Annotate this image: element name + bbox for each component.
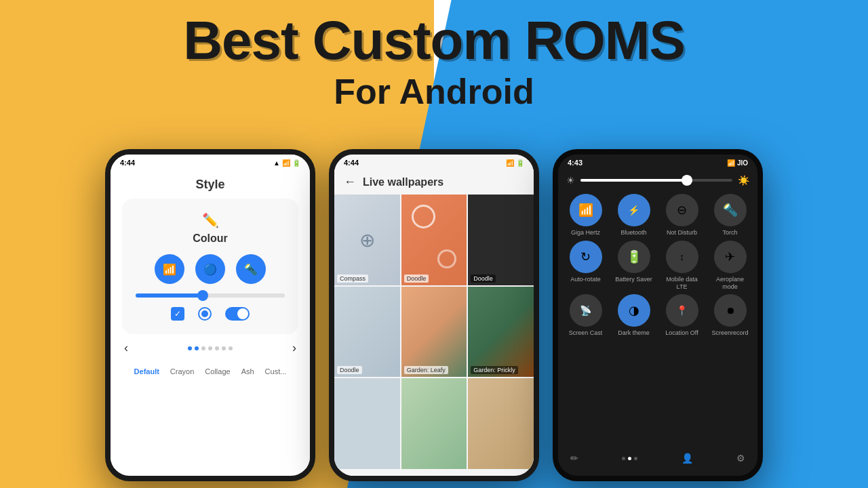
mobiledata-label: Mobile data LTE [662,276,703,291]
quick-tile-nodisturb: ⊖ Not Disturb [660,194,704,237]
wallpaper-label-compass: Compass [337,274,368,283]
color-options: Default Crayon Collage Ash Cust... [134,362,287,381]
colour-label: Colour [193,232,228,245]
status-bar-mid: 4:44 📶 🔋 [334,155,534,169]
screenrecord-button[interactable]: ⏺ [714,294,747,327]
quick-tile-cast: 📡 Screen Cast [564,294,608,337]
dot-3 [201,346,205,350]
brightness-low-icon: ☀ [566,175,575,186]
phone-left: 4:44 ▲ 📶 🔋 Style ✏️ Colour 📶 🔵 🔦 [105,149,315,481]
bluetooth-button[interactable]: ⚡ [618,194,650,226]
status-icons-mid: 📶 🔋 [506,159,524,167]
dot-5 [215,346,219,350]
nav-bottom: ‹ › [111,334,310,362]
icon-row: 📶 🔵 🔦 [155,254,266,284]
title-main: Best Custom ROMS [0,14,868,68]
wallpaper-extra3[interactable] [468,378,534,469]
dot-1 [188,346,192,350]
wallpaper-label-doodle1: Doodle [404,274,429,283]
airplane-button[interactable]: ✈ [714,241,747,273]
color-opt-custom[interactable]: Cust... [265,367,287,375]
cast-label: Screen Cast [569,329,603,337]
wallpaper-extra1[interactable] [334,378,400,469]
back-arrow[interactable]: ← [344,175,356,189]
torch-button[interactable]: 🔦 [714,194,747,226]
gigahertz-button[interactable]: 📶 [570,194,602,226]
quick-tile-autorotate: ↻ Auto-rotate [564,241,608,291]
mobiledata-button[interactable]: ↕ [666,241,698,273]
color-opt-crayon[interactable]: Crayon [170,367,194,375]
color-opt-collage[interactable]: Collage [205,367,230,375]
quick-tile-gigahertz: 📶 Giga Hertz [564,194,608,237]
nodisturb-button[interactable]: ⊖ [666,194,698,226]
wallpaper-label-garden1: Garden: Leafy [404,366,448,374]
radio-inner [201,310,208,317]
toggle-switch[interactable] [225,307,250,321]
status-icons-right: 📶 JIO [727,159,748,167]
torch-label: Torch [722,229,737,237]
next-arrow[interactable]: › [292,341,296,355]
bt-icon-circle: 🔵 [195,254,225,284]
quick-tile-torch: 🔦 Torch [708,194,752,237]
prev-arrow[interactable]: ‹ [124,341,128,355]
edit-icon[interactable]: ✏ [570,453,578,464]
airplane-label: Aeroplane mode [710,276,751,291]
settings-icon[interactable]: ⚙ [736,453,745,464]
flash-icon-circle: 🔦 [236,254,266,284]
bottom-dot-2 [628,457,631,460]
checkbox[interactable]: ✓ [171,307,184,321]
quick-tile-darktheme: ◑ Dark theme [612,294,656,337]
phones-container: 4:44 ▲ 📶 🔋 Style ✏️ Colour 📶 🔵 🔦 [0,149,868,488]
title-section: Best Custom ROMS For Android [0,14,868,112]
bright-thumb [682,175,692,186]
brightness-slider[interactable] [580,179,732,182]
wallpaper-extra2[interactable] [401,378,467,469]
cast-button[interactable]: 📡 [570,294,602,327]
slider-fill [136,293,203,298]
autorotate-button[interactable]: ↻ [570,241,602,273]
wallpaper-screen-title: Live wallpapers [363,176,443,188]
radio-button[interactable] [198,307,212,321]
wallpaper-garden1[interactable]: Garden: Leafy [401,287,467,378]
time-mid: 4:44 [344,159,359,167]
wallpaper-compass[interactable]: ⊕ Compass [334,195,400,285]
time-right: 4:43 [568,159,583,167]
dot-2 [195,346,199,350]
color-opt-default[interactable]: Default [134,367,159,375]
toggle-row: ✓ [171,307,250,321]
wallpaper-doodle1[interactable]: Doodle [401,195,467,285]
quick-tile-airplane: ✈ Aeroplane mode [708,241,752,291]
time-left: 4:44 [120,159,135,167]
slider-thumb [197,290,208,301]
title-sub: For Android [0,71,868,112]
wallpaper-label-garden2: Garden: Prickly [471,366,518,374]
phone-mid-content: ← Live wallpapers ⊕ Compass Doodle Doodl… [334,169,534,469]
bottom-dot-3 [634,457,637,460]
wallpaper-doodle3[interactable]: Doodle [334,287,400,378]
toggle-knob [237,308,248,319]
phone-right-bottom: ✏ 👤 ⚙ [564,447,752,469]
battery-label: Battery Saver [615,276,652,283]
brightness-row: ☀ ☀️ [564,169,752,191]
wifi-icon-circle: 📶 [155,254,184,284]
user-icon[interactable]: 👤 [682,453,693,464]
battery-button[interactable]: 🔋 [618,241,650,273]
style-slider[interactable] [136,293,285,298]
darktheme-button[interactable]: ◑ [618,294,650,327]
quick-tile-mobiledata: ↕ Mobile data LTE [660,241,704,291]
brightness-high-icon: ☀️ [738,175,749,186]
status-bar-right: 4:43 📶 JIO [558,155,757,169]
darktheme-label: Dark theme [618,329,650,337]
phone-right-content: ☀ ☀️ 📶 Giga Hertz ⚡ Bluetooth [558,169,757,469]
quick-tile-screenrecord: ⏺ Screenrecord [708,294,752,337]
screenrecord-label: Screenrecord [711,329,748,337]
status-bar-left: 4:44 ▲ 📶 🔋 [111,155,310,169]
color-opt-ash[interactable]: Ash [241,367,254,375]
wallpaper-doodle2[interactable]: Doodle [468,195,534,285]
location-button[interactable]: 📍 [666,294,698,327]
nodisturb-label: Not Disturb [667,229,697,237]
wallpaper-header: ← Live wallpapers [334,169,534,195]
quick-tile-bluetooth: ⚡ Bluetooth [612,194,656,237]
phone-right: 4:43 📶 JIO ☀ ☀️ 📶 Giga Hertz [553,149,763,481]
wallpaper-garden2[interactable]: Garden: Prickly [468,287,534,378]
